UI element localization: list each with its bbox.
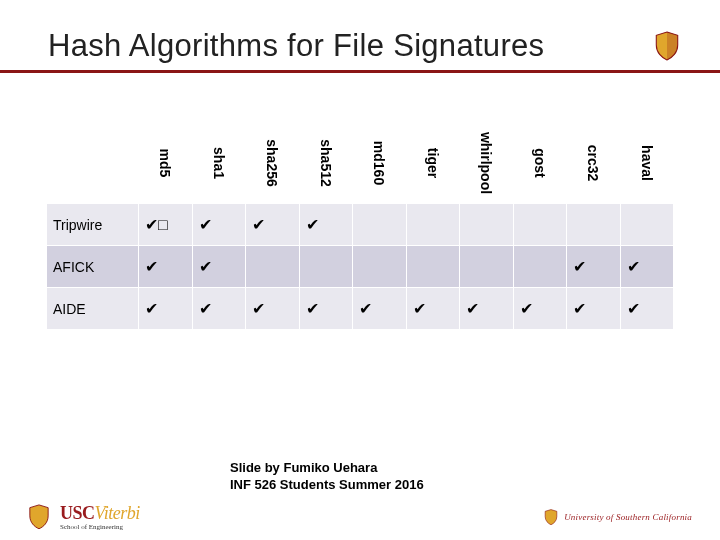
viterbi-text: USCViterbi School of Engineering xyxy=(60,504,140,531)
mark-cell: ✔ xyxy=(192,288,246,330)
mark-cell xyxy=(246,246,300,288)
mark-cell: ✔ xyxy=(620,288,674,330)
usc-shield-small-icon xyxy=(544,509,558,525)
mark-cell xyxy=(406,204,460,246)
col-label: whirlpool xyxy=(478,131,494,193)
mark-cell: ✔ xyxy=(139,288,193,330)
mark-cell: ✔ xyxy=(567,288,621,330)
viterbi-text-label: Viterbi xyxy=(95,503,140,523)
mark-cell xyxy=(460,246,514,288)
usc-full-name: University of Southern California xyxy=(564,512,692,522)
mark-cell: ✔ xyxy=(139,246,193,288)
mark-cell xyxy=(353,204,407,246)
mark-cell xyxy=(460,204,514,246)
table-row: Tripwire ✔□ ✔ ✔ ✔ xyxy=(47,204,674,246)
slide: Hash Algorithms for File Signatures md5 … xyxy=(0,0,720,540)
mark-cell xyxy=(513,246,567,288)
tool-cell: Tripwire xyxy=(47,204,139,246)
tool-cell: AIDE xyxy=(47,288,139,330)
credit-line: INF 526 Students Summer 2016 xyxy=(230,476,424,494)
mark-cell: ✔ xyxy=(246,204,300,246)
header-col: sha512 xyxy=(299,122,353,204)
table-row: AFICK ✔ ✔ ✔ ✔ xyxy=(47,246,674,288)
mark-cell: ✔ xyxy=(567,246,621,288)
mark-cell xyxy=(299,246,353,288)
school-label: School of Engineering xyxy=(60,524,140,531)
mark-cell xyxy=(406,246,460,288)
header-col: sha1 xyxy=(192,122,246,204)
mark-cell xyxy=(353,246,407,288)
mark-cell: ✔□ xyxy=(139,204,193,246)
mark-cell: ✔ xyxy=(299,288,353,330)
usc-right-logo: University of Southern California xyxy=(544,509,692,525)
col-label: tiger xyxy=(425,147,441,177)
mark-cell: ✔ xyxy=(513,288,567,330)
header-col: tiger xyxy=(406,122,460,204)
mark-cell: ✔ xyxy=(192,246,246,288)
footer: USCViterbi School of Engineering Univers… xyxy=(0,494,720,540)
col-label: md160 xyxy=(371,140,387,184)
mark-cell xyxy=(567,204,621,246)
table-row: AIDE ✔ ✔ ✔ ✔ ✔ ✔ ✔ ✔ ✔ ✔ xyxy=(47,288,674,330)
usc-text: USC xyxy=(60,503,95,523)
mark-cell xyxy=(620,204,674,246)
header-col: crc32 xyxy=(567,122,621,204)
title-bar: Hash Algorithms for File Signatures xyxy=(0,0,720,73)
col-label: sha1 xyxy=(211,147,227,179)
credit-line: Slide by Fumiko Uehara xyxy=(230,459,424,477)
mark-cell: ✔ xyxy=(406,288,460,330)
col-label: sha256 xyxy=(264,139,280,186)
mark-cell: ✔ xyxy=(246,288,300,330)
header-blank xyxy=(47,122,139,204)
page-title: Hash Algorithms for File Signatures xyxy=(48,28,544,64)
mark-cell xyxy=(513,204,567,246)
usc-shield-icon xyxy=(654,31,680,61)
col-label: gost xyxy=(532,148,548,178)
credit-block: Slide by Fumiko Uehara INF 526 Students … xyxy=(230,459,424,494)
table-header-row: md5 sha1 sha256 sha512 md160 tiger whirl… xyxy=(47,122,674,204)
header-col: md160 xyxy=(353,122,407,204)
viterbi-shield-icon xyxy=(28,504,50,530)
mark-cell: ✔ xyxy=(192,204,246,246)
col-label: md5 xyxy=(157,148,173,177)
col-label: crc32 xyxy=(585,144,601,181)
mark-cell: ✔ xyxy=(353,288,407,330)
col-label: sha512 xyxy=(318,139,334,186)
header-col: gost xyxy=(513,122,567,204)
algorithm-table: md5 sha1 sha256 sha512 md160 tiger whirl… xyxy=(46,121,674,330)
mark-cell: ✔ xyxy=(299,204,353,246)
header-col: whirlpool xyxy=(460,122,514,204)
header-col: md5 xyxy=(139,122,193,204)
header-col: haval xyxy=(620,122,674,204)
mark-cell: ✔ xyxy=(620,246,674,288)
tool-cell: AFICK xyxy=(47,246,139,288)
header-col: sha256 xyxy=(246,122,300,204)
viterbi-logo: USCViterbi School of Engineering xyxy=(28,504,140,531)
mark-cell: ✔ xyxy=(460,288,514,330)
col-label: haval xyxy=(639,145,655,181)
